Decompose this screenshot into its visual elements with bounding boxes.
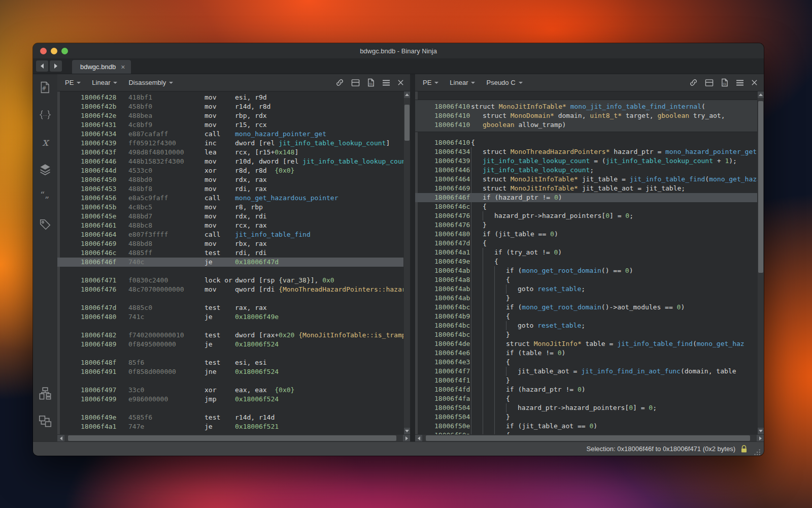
- pseudo-c-row[interactable]: 18006f476hazard_ptr->hazard_pointers[0] …: [415, 211, 757, 220]
- disassembly-row[interactable]: 18006f48f85f6testesi, esi: [57, 358, 403, 367]
- scroll-thumb[interactable]: [68, 435, 396, 441]
- link-icon[interactable]: [335, 78, 344, 87]
- title-bar[interactable]: bdwgc.bndb - Binary Ninja: [33, 43, 764, 58]
- scroll-track[interactable]: [64, 435, 403, 441]
- menu-icon[interactable]: [382, 79, 390, 86]
- disassembly-row[interactable]: 18006f469488bd8movrbx, rax: [57, 239, 403, 248]
- sidebar-item-cross-references[interactable]: [38, 414, 52, 428]
- scroll-down-button[interactable]: [404, 428, 410, 434]
- pseudo-c-row[interactable]: 18006f46fif (hazard_ptr != 0): [415, 193, 757, 202]
- disassembly-vscrollbar[interactable]: [403, 91, 410, 434]
- pseudo-c-row[interactable]: 18006f4a1if (try_aot != 0): [415, 248, 757, 257]
- lock-icon[interactable]: [740, 445, 748, 453]
- pseudo-c-row[interactable]: 18006f47d{: [415, 239, 757, 248]
- disassembly-row[interactable]: 18006f44d4533c0xorr8d, r8d {0x0}: [57, 166, 403, 175]
- pseudo-c-row[interactable]: 18006f4e3{: [415, 358, 757, 367]
- disassembly-row[interactable]: 18006f428418bf1movesi, r9d: [57, 93, 403, 102]
- arch-dropdown[interactable]: PE: [65, 79, 81, 86]
- pseudo-c-row[interactable]: 18006f4fa{: [415, 394, 757, 403]
- disassembly-row[interactable]: 18006f434e887cafaffcallmono_hazard_point…: [57, 130, 403, 139]
- scroll-thumb[interactable]: [426, 435, 750, 441]
- disassembly-row[interactable]: 18006f47648c70700000000movqword [rdi {Mo…: [57, 285, 403, 294]
- pseudo-c-row[interactable]: 18006f4fdif (hazard_ptr != 0): [415, 385, 757, 394]
- disassembly-content[interactable]: 18006f428418bf1movesi, r9d18006f42b458bf…: [57, 91, 403, 434]
- disassembly-row[interactable]: 18006f45b4c8bc5movr8, rbp: [57, 203, 403, 212]
- scroll-track[interactable]: [422, 435, 757, 441]
- pseudo-c-row[interactable]: 18006f464struct MonoJitInfoTable* jit_ta…: [415, 175, 757, 184]
- pseudo-c-row[interactable]: 18006f50eif (jit_table_aot == 0): [415, 422, 757, 431]
- disassembly-row[interactable]: 18006f46c4885fftestrdi, rdi: [57, 248, 403, 258]
- disassembly-row[interactable]: 18006f456e8a5c9faffcallmono_get_hazardou…: [57, 194, 403, 203]
- arch-dropdown[interactable]: PE: [423, 79, 438, 86]
- scroll-track[interactable]: [758, 98, 764, 428]
- sidebar-item-strings[interactable]: “ ”: [38, 190, 52, 204]
- disassembly-row[interactable]: 18006f42e488beamovrbp, rdx: [57, 111, 403, 120]
- disassembly-row[interactable]: 18006f42b458bf0movr14d, r8d: [57, 102, 403, 111]
- disassembly-row[interactable]: 18006f4314c8bf9movr15, rcx: [57, 120, 403, 130]
- scroll-up-button[interactable]: [758, 91, 764, 98]
- mode-dropdown[interactable]: Pseudo C: [486, 79, 522, 86]
- sidebar-item-tags[interactable]: [38, 217, 52, 232]
- view-dropdown[interactable]: Linear: [450, 79, 475, 86]
- bytes-document-icon[interactable]: 01: [367, 78, 375, 87]
- disassembly-row[interactable]: 18006f4890f8495000000je0x18006f524: [57, 340, 403, 349]
- pseudo-c-row[interactable]: 18006f4b9{: [415, 312, 757, 321]
- tab-bdwgc[interactable]: bdwgc.bndb ×: [72, 60, 131, 74]
- pseudo-c-row[interactable]: 18006f4destruct MonoJitInfo* table = jit…: [415, 339, 757, 348]
- pseudo-c-row[interactable]: 18006f4a8{: [415, 275, 757, 284]
- disassembly-blank-row[interactable]: [57, 349, 403, 358]
- pseudo-c-row[interactable]: 18006f446jit_info_table_lookup_count;: [415, 166, 757, 175]
- scroll-track[interactable]: [404, 98, 410, 428]
- disassembly-row[interactable]: 18006f464e807f3ffffcalljit_info_table_fi…: [57, 230, 403, 239]
- sidebar-item-mini-graph[interactable]: [38, 387, 52, 401]
- disassembly-blank-row[interactable]: [57, 294, 403, 303]
- disassembly-row[interactable]: 18006f4a1747eje0x18006f521: [57, 422, 403, 431]
- pseudo-c-row[interactable]: 18006f410struct MonoJitInfoTable* mono_j…: [415, 102, 757, 111]
- pseudo-c-row[interactable]: 18006f4bcgoto reset_table;: [415, 321, 757, 330]
- menu-icon[interactable]: [736, 79, 744, 86]
- disassembly-row[interactable]: 18006f471f0830c2400lock ordword [rsp {va…: [57, 276, 403, 285]
- disassembly-row[interactable]: 18006f450488bd0movrdx, rax: [57, 175, 403, 184]
- pseudo-c-row[interactable]: 18006f4bc}: [415, 330, 757, 339]
- disassembly-hscrollbar[interactable]: [57, 434, 410, 441]
- view-dropdown[interactable]: Linear: [92, 79, 117, 86]
- pseudo-c-row[interactable]: 18006f50a{: [415, 431, 757, 434]
- pseudo-c-row[interactable]: 18006f504}: [415, 412, 757, 422]
- sidebar-item-variables[interactable]: x: [38, 135, 52, 149]
- disassembly-row[interactable]: 18006f446448b15832f4300movr10d, dword [r…: [57, 157, 403, 166]
- pseudo-c-row[interactable]: 18006f4abif (mono_get_root_domain() == 0…: [415, 266, 757, 275]
- tab-close-icon[interactable]: ×: [121, 64, 125, 71]
- scroll-left-button[interactable]: [57, 435, 64, 442]
- pseudo-c-row[interactable]: 18006f439jit_info_table_lookup_count = (…: [415, 156, 757, 166]
- split-view-icon[interactable]: [351, 79, 360, 87]
- disassembly-blank-row[interactable]: [57, 404, 403, 413]
- pseudo-c-row[interactable]: 18006f410struct MonoDomain* domain, uint…: [415, 111, 757, 120]
- disassembly-row[interactable]: 18006f480741cje0x18006f49e: [57, 312, 403, 322]
- link-icon[interactable]: [689, 78, 698, 87]
- pseudo-c-row[interactable]: 18006f49e{: [415, 257, 757, 266]
- sidebar-item-types[interactable]: ···: [38, 108, 52, 122]
- pseudo-c-hscrollbar[interactable]: [415, 434, 764, 441]
- pseudo-c-row[interactable]: 18006f410gboolean allow_tramp): [415, 120, 757, 130]
- disassembly-row[interactable]: 18006f453488bf8movrdi, rax: [57, 184, 403, 194]
- close-icon[interactable]: [751, 79, 758, 86]
- pseudo-c-row[interactable]: 18006f4abgoto reset_table;: [415, 284, 757, 294]
- pseudo-c-content[interactable]: 18006f410struct MonoJitInfoTable* mono_j…: [415, 91, 757, 434]
- split-view-icon[interactable]: [705, 79, 714, 87]
- pseudo-c-vscrollbar[interactable]: [757, 91, 764, 434]
- scroll-thumb[interactable]: [758, 101, 763, 272]
- close-icon[interactable]: [397, 79, 404, 86]
- pseudo-c-row[interactable]: 18006f4e6if (table != 0): [415, 348, 757, 358]
- sidebar-item-stack[interactable]: [38, 163, 52, 177]
- pseudo-c-row[interactable]: 18006f4ab}: [415, 294, 757, 303]
- back-button[interactable]: [36, 60, 48, 72]
- scroll-right-button[interactable]: [403, 435, 410, 442]
- forward-button[interactable]: [50, 60, 62, 72]
- bytes-document-icon[interactable]: 01: [721, 78, 729, 87]
- pseudo-c-row[interactable]: 18006f410{: [415, 138, 757, 147]
- scroll-down-button[interactable]: [758, 428, 764, 434]
- pseudo-c-row[interactable]: 18006f476}: [415, 220, 757, 230]
- sidebar-item-symbols[interactable]: #: [38, 80, 52, 94]
- disassembly-row[interactable]: 18006f49e4585f6testr14d, r14d: [57, 413, 403, 422]
- disassembly-row[interactable]: 18006f47d4885c0testrax, rax: [57, 303, 403, 312]
